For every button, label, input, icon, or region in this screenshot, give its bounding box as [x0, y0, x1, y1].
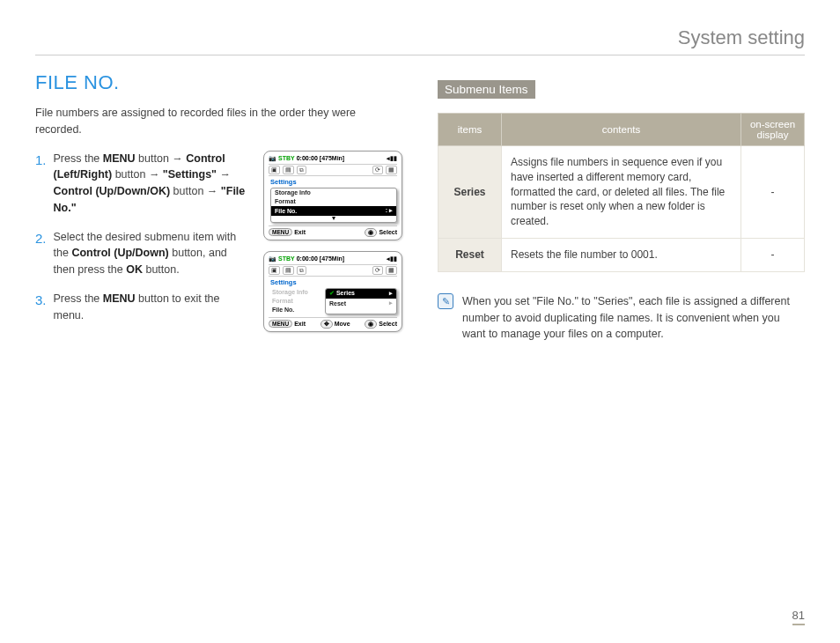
mode-icon: ⟳ [372, 266, 383, 275]
cell-display: - [741, 238, 805, 271]
stby-label: STBY [278, 255, 295, 262]
settings-label: Settings [270, 178, 397, 186]
mode-icon: ⟳ [372, 166, 383, 174]
stby-label: STBY [278, 155, 295, 161]
step-text: button [112, 168, 149, 181]
table-row: Series Assigns file numbers in sequence … [438, 146, 805, 239]
mode2-icon: ▦ [386, 266, 397, 275]
bold-text: MENU [103, 152, 136, 165]
cell-item: Series [438, 146, 502, 239]
chevron-down-icon: ▾ [271, 216, 396, 222]
step-text: button [170, 185, 207, 197]
time-label: 0:00:00 [297, 155, 318, 161]
joystick-icon: ✥ [321, 320, 333, 329]
menu-item: File No. [270, 306, 320, 314]
cell-content: Assigns file numbers in sequence even if… [502, 146, 741, 239]
res-icon: ⧉ [297, 166, 306, 174]
step-number: 2. [35, 229, 47, 278]
bold-text: "Settings" [159, 168, 219, 181]
joystick-icon: ◉ [365, 228, 377, 237]
submenu-item-selected: ✔ Series ▸ [326, 289, 396, 299]
left-column: FILE NO. File numbers are assigned to re… [35, 71, 402, 343]
menu-dropdown: Storage Info Format File No. : ▸ ▾ [270, 188, 397, 223]
note-text: When you set "File No." to "Series", eac… [462, 293, 805, 343]
arrow-icon: → [219, 168, 231, 181]
rec-icon: ▣ [269, 266, 280, 275]
arrow-icon: → [172, 152, 183, 165]
intro-text: File numbers are assigned to recorded fi… [35, 105, 402, 138]
bold-text: Control (Up/Down/OK) [54, 185, 171, 197]
menu-button: MENU [269, 228, 292, 236]
screenshot-1: 📷 STBY 0:00:00 [475Min] ◂▮▮ ▣ ▤ ⧉ ⟳ ▦ Se… [263, 151, 402, 240]
submenu-table: items contents on-screen display Series … [438, 113, 805, 272]
menu-item-label: File No. [275, 208, 297, 214]
note-icon: ✎ [438, 293, 453, 309]
th-display: on-screen display [741, 114, 805, 146]
mode2-icon: ▦ [386, 166, 397, 174]
rec-icon: ▣ [269, 166, 280, 174]
right-column: Submenu Items items contents on-screen d… [438, 71, 805, 343]
select-label: Select [379, 321, 397, 327]
res-icon: ⧉ [297, 266, 306, 275]
exit-label: Exit [294, 321, 306, 327]
remain-label: [475Min] [320, 155, 344, 161]
card-icon: ▤ [283, 266, 294, 275]
note-row: ✎ When you set "File No." to "Series", e… [438, 293, 805, 343]
screenshot-2: 📷 STBY 0:00:00 [475Min] ◂▮▮ ▣ ▤ ⧉ ⟳ ▦ Se… [263, 251, 402, 332]
step-text: button. [143, 263, 180, 276]
ok-icon: ◉ [365, 320, 377, 329]
move-label: Move [335, 321, 350, 327]
menu-button: MENU [269, 320, 292, 328]
page-number: 81 [792, 609, 805, 625]
submenu-label: Reset [329, 300, 346, 307]
menu-item: Format [270, 297, 320, 306]
step-number: 1. [35, 151, 47, 217]
menu-item: Storage Info [270, 288, 320, 297]
cell-display: - [741, 146, 805, 239]
battery-icon: ◂▮▮ [387, 255, 397, 262]
th-items: items [438, 114, 502, 146]
page-header: System setting [35, 26, 805, 55]
cell-item: Reset [438, 238, 502, 271]
th-contents: contents [502, 114, 741, 146]
camera-icon: 📷 [269, 255, 276, 262]
submenu-label: Series [336, 290, 355, 296]
select-label: Select [379, 229, 397, 235]
camera-icon: 📷 [269, 155, 276, 162]
settings-label: Settings [270, 278, 397, 286]
remain-label: [475Min] [320, 255, 344, 262]
arrow-icon: → [149, 168, 160, 181]
step-text: Press the [54, 152, 103, 165]
menu-left-col: Storage Info Format File No. [270, 288, 320, 314]
screenshot-column: 📷 STBY 0:00:00 [475Min] ◂▮▮ ▣ ▤ ⧉ ⟳ ▦ Se… [263, 151, 402, 332]
time-label: 0:00:00 [297, 255, 318, 262]
bold-text: OK [126, 263, 143, 276]
submenu-item: Reset ▸ [326, 299, 396, 308]
arrow-icon: → [207, 185, 218, 197]
cell-content: Resets the file number to 0001. [502, 238, 741, 271]
steps-list: 1. Press the MENU button → Control (Left… [35, 151, 249, 336]
step-text: Press the [54, 292, 103, 305]
section-title: FILE NO. [35, 71, 402, 94]
submenu-heading: Submenu Items [438, 80, 535, 99]
menu-item: Storage Info [271, 188, 396, 197]
table-row: Reset Resets the file number to 0001. - [438, 238, 805, 271]
exit-label: Exit [294, 229, 306, 235]
step-number: 3. [35, 291, 47, 324]
step-text: button [136, 152, 173, 165]
bold-text: MENU [103, 292, 136, 305]
battery-icon: ◂▮▮ [387, 155, 397, 162]
bold-text: Control (Up/Down) [71, 247, 168, 259]
card-icon: ▤ [283, 166, 294, 174]
submenu-dropdown: ✔ Series ▸ Reset ▸ [325, 288, 397, 314]
menu-item: Format [271, 197, 396, 206]
